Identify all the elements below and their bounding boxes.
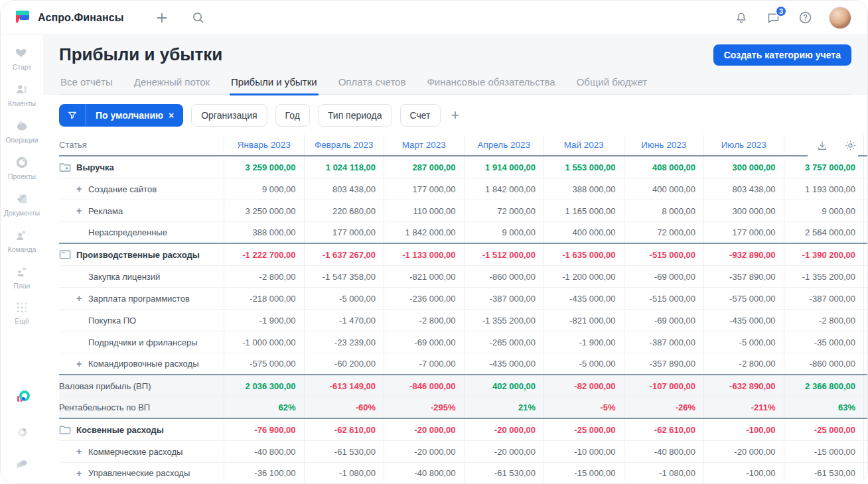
- tab-total-budget[interactable]: Общий бюджет: [575, 74, 649, 94]
- notifications-bell-icon[interactable]: [733, 10, 749, 26]
- clients-icon: [15, 82, 29, 97]
- folder-plus-icon[interactable]: [59, 162, 71, 172]
- cell-clipped: [863, 266, 867, 287]
- create-category-button[interactable]: Создать категорию учета: [713, 44, 851, 66]
- card-minus-icon[interactable]: [59, 249, 71, 260]
- column-header-month[interactable]: Апрель 2023: [464, 135, 544, 155]
- plan-icon: [15, 265, 29, 279]
- column-header-month[interactable]: Июнь 2023: [624, 135, 704, 155]
- table-row[interactable]: Подрядчики и фрилансеры-1 000 000,00-23 …: [59, 332, 867, 353]
- cell-value: 1 193 000,00: [784, 178, 864, 200]
- cell-value: -1 200 000,00: [543, 266, 624, 287]
- column-header-empty: [863, 135, 867, 155]
- cell-value: 72 000,00: [464, 200, 544, 221]
- row-label: Подрядчики и фрилансеры: [59, 332, 224, 353]
- expand-plus-icon[interactable]: +: [75, 184, 83, 194]
- filter-chip-account[interactable]: Счет: [400, 104, 441, 127]
- expand-plus-icon[interactable]: +: [75, 293, 83, 304]
- cell-value: -265 000,00: [464, 332, 544, 353]
- expand-plus-icon[interactable]: +: [75, 206, 83, 216]
- cell-value: 220 680,00: [304, 200, 384, 221]
- cell-value: -211%: [703, 397, 784, 418]
- cell-value: 400 000,00: [543, 222, 624, 243]
- expand-plus-icon[interactable]: +: [75, 446, 83, 457]
- folder-icon[interactable]: [59, 424, 71, 435]
- cell-value: 177 000,00: [384, 178, 464, 200]
- table-row[interactable]: +Создание сайтов9 000,00803 438,00177 00…: [59, 178, 867, 200]
- column-header-month[interactable]: Март 2023: [384, 135, 464, 155]
- row-label: +Командировочные расходы: [59, 353, 224, 374]
- cell-value: 3 259 000,00: [224, 156, 304, 178]
- table-row[interactable]: +Реклама3 250 000,00220 680,00110 000,00…: [59, 200, 867, 222]
- cell-value: -25 000,00: [784, 419, 864, 440]
- sidebar-item-projects[interactable]: Проекты: [8, 155, 36, 180]
- aspro-logo-icon[interactable]: [13, 389, 31, 408]
- tab-cash-flow[interactable]: Денежный поток: [133, 74, 211, 94]
- download-icon[interactable]: [814, 138, 830, 154]
- cell-value: -821 000,00: [384, 266, 464, 287]
- expand-plus-icon[interactable]: +: [75, 359, 83, 369]
- column-header-month[interactable]: Январь 2023: [224, 135, 304, 155]
- tab-invoices[interactable]: Оплата счетов: [337, 74, 407, 94]
- table-row[interactable]: Рентабельность по ВП62%-60%-295%21%-5%-2…: [59, 397, 867, 419]
- sidebar-item-plan[interactable]: План: [13, 265, 30, 290]
- filter-chip-period-type[interactable]: Тип периода: [318, 104, 392, 127]
- sidebar-item-clients[interactable]: Клиенты: [8, 82, 36, 107]
- search-icon[interactable]: [190, 10, 206, 26]
- tab-profit-loss[interactable]: Прибыли и убытки: [230, 74, 319, 94]
- clear-filter-icon[interactable]: ×: [169, 110, 183, 121]
- messages-icon[interactable]: 3: [765, 10, 781, 26]
- add-icon[interactable]: [154, 10, 170, 26]
- cell-value: -60%: [304, 397, 384, 418]
- feedback-chat-icon[interactable]: [14, 456, 30, 472]
- sidebar-item-team[interactable]: Команда: [8, 228, 36, 253]
- cell-value: -36 100,00: [224, 463, 304, 483]
- tab-all-reports[interactable]: Все отчёты: [59, 74, 114, 94]
- table-row[interactable]: +Командировочные расходы-575 000,00-60 2…: [59, 353, 867, 375]
- cell-clipped: [863, 441, 867, 462]
- sidebar-item-documents[interactable]: Документы: [4, 192, 40, 217]
- active-filter-chip[interactable]: По умолчанию ×: [59, 104, 183, 127]
- cell-value: 72 000,00: [624, 222, 704, 243]
- table-row[interactable]: +Зарплата программистов-218 000,00-5 000…: [59, 288, 867, 310]
- expand-plus-icon[interactable]: +: [75, 468, 83, 479]
- settings-gear-icon[interactable]: [14, 424, 30, 440]
- sidebar-item-more[interactable]: Ещё: [15, 301, 29, 325]
- table-row[interactable]: Нераспределенные388 000,00177 000,001 84…: [59, 222, 867, 244]
- column-header-month[interactable]: Июль 2023: [703, 135, 784, 155]
- column-header-month[interactable]: Февраль 2023: [304, 135, 384, 155]
- cell-value: -295%: [384, 397, 464, 418]
- sidebar-item-start[interactable]: Старт: [13, 46, 32, 71]
- cell-value: 300 000,00: [703, 200, 784, 221]
- filter-bar: По умолчанию × Организация Год Тип перио…: [43, 95, 867, 135]
- brand[interactable]: Аспро.Финансы: [14, 8, 123, 28]
- table-row[interactable]: Косвенные расходы-76 900,00-62 610,00-20…: [59, 419, 867, 441]
- cell-clipped: [863, 156, 867, 178]
- sidebar-item-operations[interactable]: Операции: [5, 119, 38, 144]
- help-icon[interactable]: [797, 10, 813, 26]
- report-tabs: Все отчёты Денежный поток Прибыли и убыт…: [59, 74, 851, 95]
- table-row[interactable]: Валовая прибыль (ВП)2 036 300,00-613 149…: [59, 375, 867, 397]
- filter-chip-year[interactable]: Год: [275, 104, 310, 127]
- column-header-month[interactable]: Май 2023: [543, 135, 624, 155]
- table-row[interactable]: +Коммерческие расходы-40 800,00-61 530,0…: [59, 441, 867, 463]
- filter-chip-organization[interactable]: Организация: [191, 104, 267, 127]
- row-label: +Управленческие расходы: [59, 463, 224, 483]
- user-avatar[interactable]: [829, 7, 851, 29]
- table-row[interactable]: +Управленческие расходы-36 100,00-1 080,…: [59, 463, 867, 484]
- cell-value: -1 900,00: [543, 332, 624, 353]
- cell-value: 1 024 118,00: [304, 156, 384, 178]
- table-row[interactable]: Выручка3 259 000,001 024 118,00287 000,0…: [59, 156, 867, 178]
- add-filter-icon[interactable]: +: [451, 108, 460, 123]
- table-row[interactable]: Покупка ПО-1 900,00-1 470,00-2 800,00-1 …: [59, 310, 867, 332]
- table-row[interactable]: Закупка лицензий-2 800,00-1 547 358,00-8…: [59, 266, 867, 288]
- cell-value: 402 000,00: [464, 375, 544, 396]
- cell-value: -25 000,00: [543, 419, 624, 440]
- table-row[interactable]: Производственные расходы-1 222 700,00-1 …: [59, 244, 867, 266]
- table-settings-gear-icon[interactable]: [842, 138, 858, 154]
- row-label: +Создание сайтов: [59, 178, 224, 200]
- cell-value: 2 036 300,00: [224, 375, 304, 396]
- cell-value: -20 000,00: [464, 441, 544, 462]
- tab-financial-obligations[interactable]: Финансовые обязательства: [425, 74, 556, 94]
- cell-value: -1 080,00: [624, 463, 704, 483]
